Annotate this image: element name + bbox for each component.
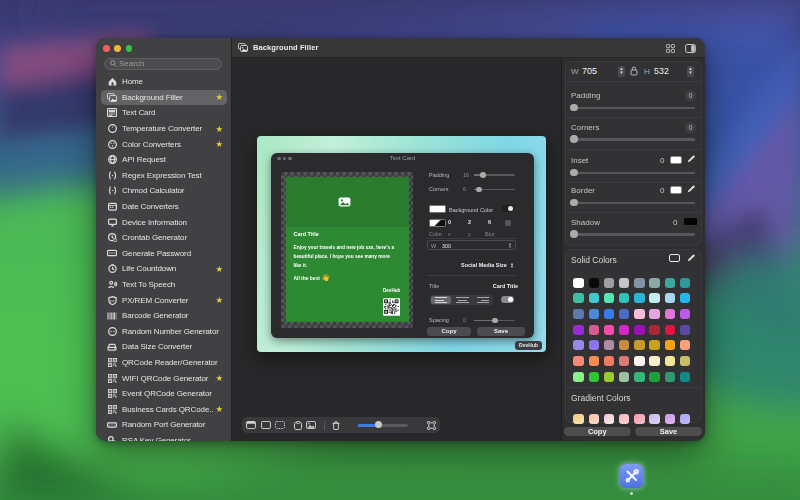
svg-text:px: px [110, 298, 114, 303]
svg-text:°: ° [111, 125, 113, 131]
